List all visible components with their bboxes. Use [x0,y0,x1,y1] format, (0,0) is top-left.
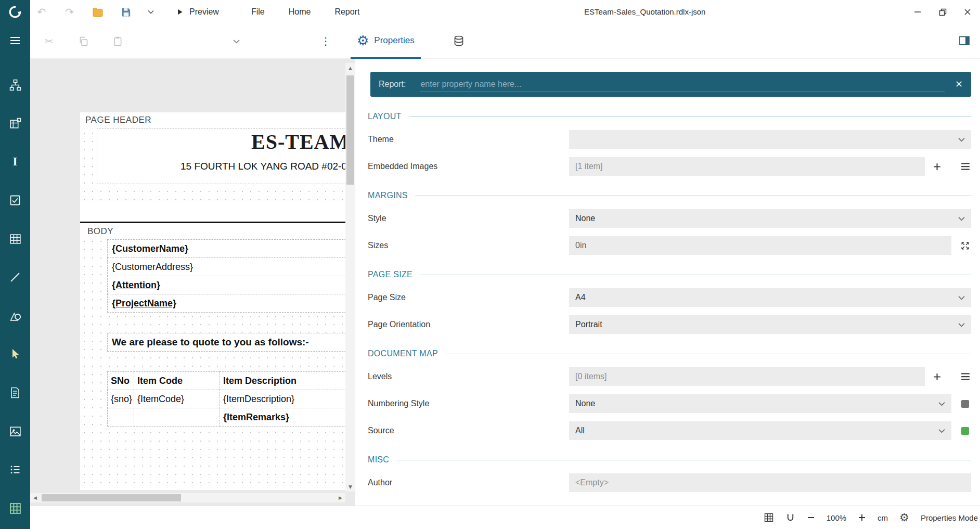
collection-menu-button[interactable] [960,371,971,382]
source-select[interactable]: All [569,421,951,440]
save-menu-button[interactable] [147,5,155,19]
header-cell-item-description[interactable]: Item Description [220,371,345,390]
company-name-text[interactable]: ES-TEAM [251,130,345,154]
restore-button[interactable] [930,0,955,24]
save-button[interactable] [119,5,133,19]
cell-item-code[interactable]: {ItemCode} [134,390,220,408]
customer-address-field[interactable]: {CustomerAddress} [107,257,345,276]
margin-sizes-value[interactable]: 0in [569,236,951,255]
property-search-input[interactable] [420,76,944,92]
zoom-out-button[interactable] [807,513,815,522]
redo-button[interactable]: ↷ [62,5,77,19]
scroll-down-arrow[interactable]: ▼ [345,482,355,492]
sidebar-tool-checkbox[interactable] [0,181,30,220]
sidebar-menu-button[interactable] [0,24,30,57]
add-item-button[interactable] [931,371,943,382]
scroll-left-arrow[interactable]: ◀ [30,493,40,502]
page-size-select[interactable]: A4 [569,288,971,307]
database-icon [453,35,465,47]
page-orientation-select[interactable]: Portrait [569,315,971,334]
open-file-button[interactable] [91,5,105,19]
close-button[interactable] [955,0,980,24]
margin-style-select[interactable]: None [569,209,971,228]
sidebar-tool-shape[interactable] [0,296,30,335]
paste-button[interactable] [108,32,127,50]
hamburger-menu-icon [9,34,21,47]
menu-report[interactable]: Report [334,7,359,17]
attention-field[interactable]: {Attention} [107,276,345,294]
menu-file[interactable]: File [251,7,265,17]
items-table[interactable]: SNo Item Code Item Description {sno} {It… [107,371,345,427]
preview-button[interactable]: Preview [176,7,219,17]
vertical-scrollbar[interactable]: ▲ ▼ [345,63,355,492]
window-title: ESTeam-Sales_Quotation.rdlx-json [584,0,705,24]
cut-button[interactable]: ✂ [40,32,58,50]
source-indicator[interactable] [959,427,971,435]
theme-select[interactable] [569,130,971,149]
ribbon-toolbar: ✂ ⋮ ⚙ Properties [30,24,980,59]
cell-item-description[interactable]: {ItemDescription} [220,390,345,408]
sidebar-tool-list[interactable] [0,450,30,489]
quote-intro-textbox[interactable]: We are please to quote to you as follows… [107,333,345,352]
scroll-up-arrow[interactable]: ▲ [345,63,355,73]
levels-value[interactable]: [0 items] [569,367,925,386]
author-value[interactable]: <Empty> [569,473,971,492]
numbering-style-indicator[interactable] [959,400,971,408]
customer-name-field[interactable]: {CustomerName} [107,239,345,258]
cell-empty[interactable] [134,408,220,427]
header-cell-item-code[interactable]: Item Code [134,371,220,390]
zoom-level[interactable]: 100% [827,513,846,522]
scroll-right-arrow[interactable]: ▶ [336,493,345,502]
collection-menu-button[interactable] [960,161,971,172]
prop-row-author: Author <Empty> [368,473,971,492]
horizontal-scrollbar[interactable]: ◀ ▶ [30,493,345,502]
list-menu-icon [961,162,970,171]
report-page[interactable]: PAGE HEADER ES-TEAM 15 FOURTH LOK YANG R… [80,112,345,490]
tab-properties[interactable]: ⚙ Properties [351,24,421,59]
sidebar-tool-textbox[interactable]: I [0,143,30,181]
chevron-down-icon [938,429,945,433]
undo-button[interactable]: ↶ [34,5,49,19]
app-logo-icon [8,5,22,19]
expand-sizes-button[interactable] [959,240,971,251]
sidebar-tool-image[interactable] [0,412,30,450]
tab-data[interactable] [449,24,468,59]
unit-label[interactable]: cm [878,513,888,522]
prop-label-numbering-style: Numbering Style [368,399,569,408]
section-divider [409,117,971,117]
more-options-button[interactable]: ⋮ [320,35,330,47]
company-address-text[interactable]: 15 FOURTH LOK YANG ROAD #02-01 [180,161,345,172]
horizontal-scroll-thumb[interactable] [42,494,181,501]
cursor-icon [9,348,21,360]
zoom-in-button[interactable] [858,513,866,522]
add-item-button[interactable] [931,161,943,172]
cell-sno[interactable]: {sno} [107,390,134,408]
project-name-field[interactable]: {ProjectName} [107,294,345,313]
numbering-style-select[interactable]: None [569,394,951,413]
toolbar-dropdown-button[interactable] [230,39,242,44]
sidebar-tool-hierarchy[interactable] [0,66,30,104]
header-cell-sno[interactable]: SNo [107,371,134,390]
copy-button[interactable] [74,32,93,50]
cell-empty[interactable] [107,408,134,427]
sidebar-tool-matrix[interactable] [0,104,30,143]
sidebar-tool-report[interactable] [0,373,30,412]
mode-label[interactable]: Properties Mode [921,513,978,522]
header-spacer-textbox[interactable] [80,200,345,222]
sidebar-tool-line[interactable] [0,258,30,296]
snap-toggle-button[interactable] [785,513,795,523]
designer-settings-button[interactable]: ⚙ [899,512,909,523]
sidebar-tool-select[interactable] [0,335,30,373]
cell-item-remarks[interactable]: {ItemRemarks} [220,408,345,427]
minimize-button[interactable] [905,0,930,24]
sidebar-tool-datagrid[interactable] [0,489,30,527]
close-icon[interactable]: ✕ [955,80,963,89]
embedded-images-value[interactable]: [1 item] [569,157,925,176]
page-size-value: A4 [575,293,958,302]
sidebar-tool-table[interactable] [0,220,30,258]
grid-toggle-button[interactable] [764,512,774,523]
menu-home[interactable]: Home [289,7,311,17]
header-textbox[interactable]: ES-TEAM 15 FOURTH LOK YANG ROAD #02-01 [97,128,345,184]
vertical-scroll-thumb[interactable] [346,75,354,185]
toggle-right-panel-button[interactable] [955,31,974,50]
